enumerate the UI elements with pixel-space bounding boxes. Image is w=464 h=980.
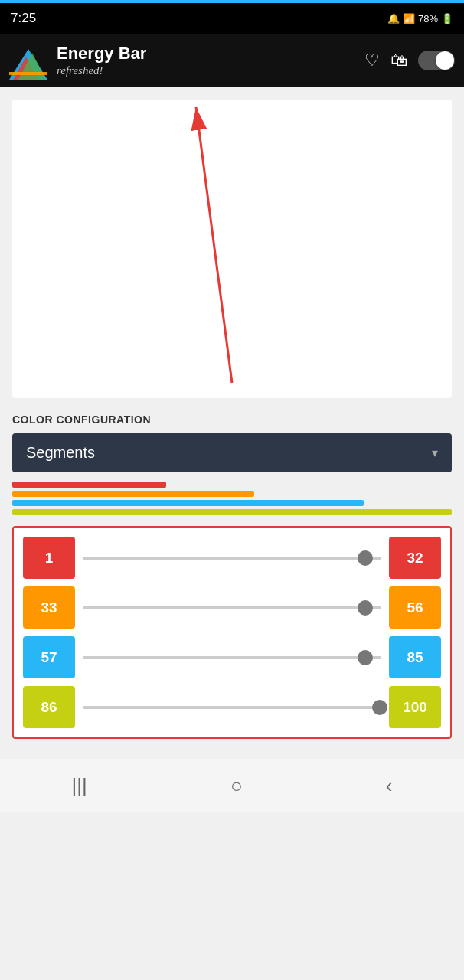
status-time: 7:25: [11, 11, 36, 26]
segment-start-label-0: 1: [23, 537, 75, 579]
main-content: COLOR CONFIGURATION Segments ▾ 132335657…: [0, 87, 464, 751]
segments-config-box: 1323356578586100: [12, 526, 452, 739]
dropdown-arrow-icon: ▾: [432, 446, 438, 460]
segment-end-value-0: 32: [389, 537, 441, 579]
alarm-icon: 🔔: [387, 13, 400, 24]
slider-track-1: [83, 606, 381, 609]
dropdown-label: Segments: [26, 444, 95, 462]
battery-icon: 🔋: [441, 13, 453, 24]
segments-dropdown[interactable]: Segments ▾: [12, 433, 452, 472]
status-icons: 🔔 📶 78% 🔋: [387, 13, 453, 24]
theme-toggle[interactable]: [418, 51, 455, 70]
segment-row-0: 132: [23, 537, 441, 579]
segment-slider-0[interactable]: [83, 547, 381, 570]
slider-thumb-3[interactable]: [372, 700, 387, 715]
battery-text: 78%: [418, 13, 438, 24]
slider-thumb-2[interactable]: [358, 650, 373, 665]
segment-slider-3[interactable]: [83, 696, 381, 719]
status-bar: 7:25 🔔 📶 78% 🔋: [0, 3, 464, 34]
annotation-arrow: [12, 100, 452, 398]
segment-start-label-2: 57: [23, 636, 75, 678]
wifi-icon: 📶: [403, 13, 415, 24]
slider-thumb-0[interactable]: [358, 550, 373, 566]
color-bar-red: [12, 482, 166, 488]
segment-end-value-3: 100: [389, 686, 441, 728]
heart-icon[interactable]: ♡: [364, 51, 380, 70]
color-bars-preview: [12, 482, 452, 515]
nav-back[interactable]: ‹: [386, 774, 393, 798]
section-title: COLOR CONFIGURATION: [12, 413, 452, 426]
cart-icon[interactable]: 🛍: [390, 51, 407, 70]
segment-start-label-1: 33: [23, 586, 75, 629]
slider-track-0: [83, 557, 381, 560]
slider-track-2: [83, 656, 381, 659]
bottom-nav: ||| ○ ‹: [0, 759, 464, 812]
svg-rect-3: [9, 72, 47, 75]
app-logo: [9, 41, 47, 80]
segment-slider-1[interactable]: [83, 596, 381, 619]
segment-end-value-1: 56: [389, 586, 441, 629]
nav-recent[interactable]: |||: [72, 774, 87, 798]
segment-row-1: 3356: [23, 586, 441, 629]
segment-end-value-2: 85: [389, 636, 441, 678]
svg-line-5: [196, 107, 232, 383]
segment-row-2: 5785: [23, 636, 441, 678]
segment-start-label-3: 86: [23, 686, 75, 728]
slider-thumb-1[interactable]: [358, 600, 373, 616]
color-bar-blue: [12, 500, 364, 506]
color-config-section: COLOR CONFIGURATION Segments ▾ 132335657…: [12, 413, 452, 739]
segment-slider-2[interactable]: [83, 646, 381, 669]
toggle-knob: [436, 51, 454, 70]
segment-row-3: 86100: [23, 686, 441, 728]
color-bar-green: [12, 509, 452, 515]
chart-preview: [12, 100, 452, 398]
slider-track-3: [83, 706, 381, 709]
app-header: Energy Bar refreshed! ♡ 🛍: [0, 34, 464, 87]
color-bar-orange: [12, 491, 254, 497]
app-title-group: Energy Bar refreshed!: [57, 44, 355, 77]
nav-home[interactable]: ○: [230, 774, 243, 798]
app-title: Energy Bar: [57, 44, 355, 64]
header-actions: ♡ 🛍: [364, 51, 455, 70]
app-subtitle: refreshed!: [57, 64, 355, 77]
